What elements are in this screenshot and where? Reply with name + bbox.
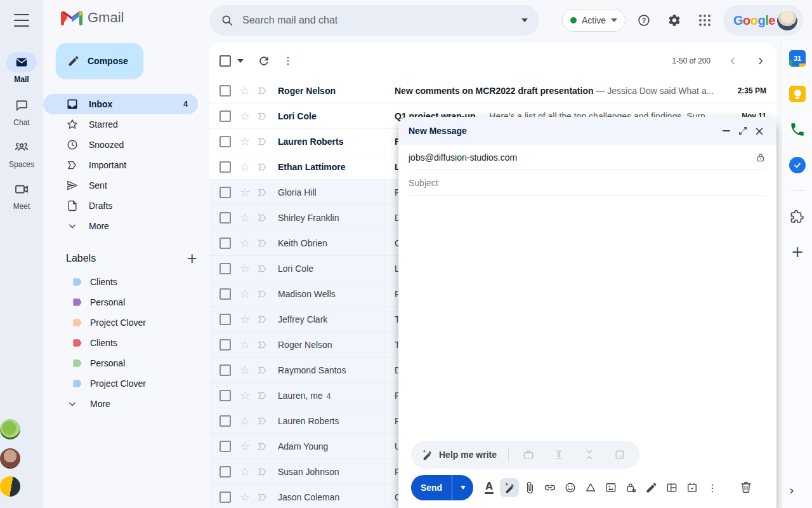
star-icon[interactable]: ☆ xyxy=(239,110,251,123)
confidential-mode-icon[interactable] xyxy=(624,480,639,495)
row-checkbox[interactable] xyxy=(219,339,231,351)
sidebar-item-starred[interactable]: Starred xyxy=(43,114,198,135)
importance-marker-icon[interactable] xyxy=(256,135,269,148)
gmail-logo[interactable]: Gmail xyxy=(61,9,124,27)
importance-marker-icon[interactable] xyxy=(256,110,269,123)
row-checkbox[interactable] xyxy=(219,390,231,401)
row-checkbox[interactable] xyxy=(219,364,231,376)
sidebar-label-item[interactable]: Project Clover xyxy=(43,312,209,333)
subject-input[interactable] xyxy=(409,178,766,188)
add-side-panel-app-plus-icon[interactable]: + xyxy=(789,244,806,260)
importance-marker-icon[interactable] xyxy=(256,338,269,351)
star-icon[interactable]: ☆ xyxy=(239,415,251,427)
send-options-caret-icon[interactable] xyxy=(452,475,473,500)
settings-gear-icon[interactable] xyxy=(662,8,687,33)
more-options-icon[interactable]: ⋮ xyxy=(282,55,294,67)
calendar-app-icon[interactable]: 31 xyxy=(789,50,806,67)
importance-marker-icon[interactable] xyxy=(256,237,269,250)
row-checkbox[interactable] xyxy=(219,136,231,147)
user-avatar[interactable] xyxy=(776,10,798,31)
rail-item-chat[interactable]: Chat xyxy=(0,95,43,127)
star-icon[interactable]: ☆ xyxy=(239,262,251,275)
star-icon[interactable]: ☆ xyxy=(239,211,251,224)
row-checkbox[interactable] xyxy=(219,161,231,173)
labels-more[interactable]: More xyxy=(43,394,209,414)
minimize-icon[interactable] xyxy=(718,123,735,139)
star-icon[interactable]: ☆ xyxy=(239,440,251,453)
sidebar-item-snoozed[interactable]: Snoozed xyxy=(43,135,198,155)
star-icon[interactable]: ☆ xyxy=(239,84,251,97)
importance-marker-icon[interactable] xyxy=(256,440,269,453)
importance-marker-icon[interactable] xyxy=(256,262,269,275)
google-apps-grid-icon[interactable] xyxy=(692,8,717,33)
star-icon[interactable]: ☆ xyxy=(239,186,251,199)
text-formatting-icon[interactable]: A xyxy=(481,480,497,495)
row-checkbox[interactable] xyxy=(219,491,231,503)
star-icon[interactable]: ☆ xyxy=(239,364,251,377)
main-menu-icon[interactable] xyxy=(14,14,29,27)
star-icon[interactable]: ☆ xyxy=(239,491,251,504)
importance-marker-icon[interactable] xyxy=(256,491,269,504)
compose-header[interactable]: New Message × xyxy=(398,117,776,145)
help-button[interactable]: ? xyxy=(631,8,657,33)
newer-page-chevron-icon[interactable] xyxy=(727,55,738,67)
importance-marker-icon[interactable] xyxy=(256,211,269,224)
sidebar-item-drafts[interactable]: Drafts xyxy=(43,196,198,216)
row-checkbox[interactable] xyxy=(219,441,231,452)
insert-signature-icon[interactable] xyxy=(644,480,659,495)
sidebar-item-more[interactable]: More xyxy=(43,216,198,236)
compose-body[interactable] xyxy=(409,196,766,438)
hide-side-panel-chevron-icon[interactable]: › xyxy=(789,483,794,498)
create-label-plus-icon[interactable]: + xyxy=(187,252,198,265)
sidebar-label-item[interactable]: Clients xyxy=(43,333,209,353)
get-add-ons-puzzle-icon[interactable] xyxy=(789,209,806,225)
row-checkbox[interactable] xyxy=(219,110,231,122)
star-icon[interactable]: ☆ xyxy=(239,313,251,326)
sidebar-label-item[interactable]: Clients xyxy=(43,272,209,292)
send-button[interactable]: Send xyxy=(411,475,452,500)
importance-marker-icon[interactable] xyxy=(256,364,269,377)
chat-contact-avatar[interactable] xyxy=(0,448,20,469)
row-checkbox[interactable] xyxy=(219,237,231,249)
row-checkbox[interactable] xyxy=(219,288,231,300)
insert-emoji-icon[interactable] xyxy=(563,480,578,495)
sidebar-label-item[interactable]: Personal xyxy=(43,353,209,373)
row-checkbox[interactable] xyxy=(219,85,231,97)
row-checkbox[interactable] xyxy=(219,415,231,427)
importance-marker-icon[interactable] xyxy=(256,313,269,326)
importance-marker-icon[interactable] xyxy=(256,161,269,173)
select-all-checkbox[interactable] xyxy=(219,55,231,67)
status-selector[interactable]: Active xyxy=(562,9,625,32)
elaborate-icon[interactable] xyxy=(553,448,565,461)
star-icon[interactable]: ☆ xyxy=(239,135,251,148)
more-options-icon[interactable]: ⋮ xyxy=(705,480,720,495)
importance-marker-icon[interactable] xyxy=(256,84,269,97)
shorten-icon[interactable] xyxy=(583,448,596,461)
subject-field[interactable] xyxy=(409,170,766,196)
older-page-chevron-icon[interactable] xyxy=(755,55,766,67)
row-checkbox[interactable] xyxy=(219,263,231,274)
email-row[interactable]: ☆Roger NelsonNew comments on MCR2022 dra… xyxy=(209,78,776,104)
search-bar[interactable] xyxy=(209,5,539,36)
search-options-caret-icon[interactable] xyxy=(521,18,528,22)
im-feeling-lucky-icon[interactable] xyxy=(613,448,626,461)
row-checkbox[interactable] xyxy=(219,212,231,224)
pop-out-icon[interactable] xyxy=(735,123,751,139)
sidebar-label-item[interactable]: Personal xyxy=(43,292,209,312)
star-icon[interactable]: ☆ xyxy=(239,338,251,351)
attach-file-icon[interactable] xyxy=(522,480,537,495)
row-checkbox[interactable] xyxy=(219,187,231,198)
rail-item-spaces[interactable]: Spaces xyxy=(0,137,43,169)
close-icon[interactable]: × xyxy=(751,123,768,139)
importance-marker-icon[interactable] xyxy=(256,389,269,402)
sidebar-item-sent[interactable]: Sent xyxy=(43,175,198,196)
compose-button[interactable]: Compose xyxy=(56,43,143,79)
recipients-field[interactable] xyxy=(409,145,766,170)
sidebar-item-inbox[interactable]: Inbox 4 xyxy=(43,94,198,114)
help-me-write-tool-icon[interactable] xyxy=(500,478,519,497)
rail-item-meet[interactable]: Meet xyxy=(0,179,43,211)
sidebar-label-item[interactable]: Project Clover xyxy=(43,373,209,394)
sidebar-item-important[interactable]: Important xyxy=(43,155,198,175)
star-icon[interactable]: ☆ xyxy=(239,161,251,173)
search-input[interactable] xyxy=(242,15,521,26)
